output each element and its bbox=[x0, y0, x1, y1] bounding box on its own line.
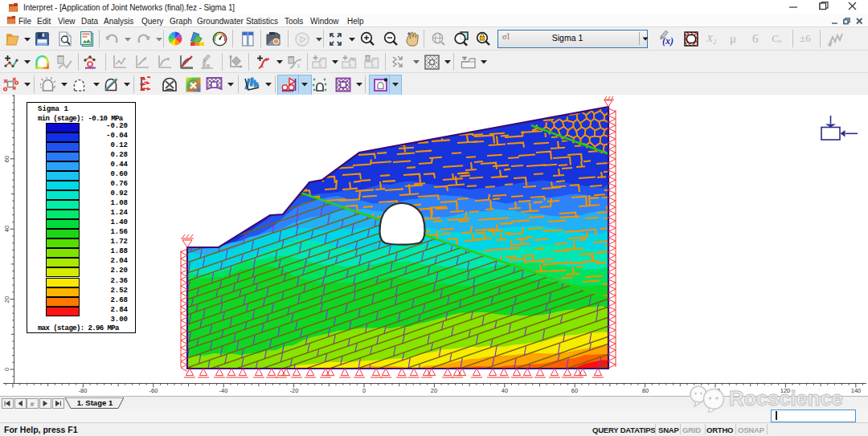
svg-text:20: 20 bbox=[3, 296, 10, 303]
svg-text:0: 0 bbox=[3, 368, 10, 371]
svg-text:-60: -60 bbox=[149, 387, 158, 394]
svg-text:-20: -20 bbox=[290, 387, 299, 394]
svg-text:-80: -80 bbox=[79, 387, 88, 394]
svg-text:Rocscience: Rocscience bbox=[729, 387, 843, 410]
svg-text:40: 40 bbox=[502, 387, 508, 394]
svg-text:0: 0 bbox=[362, 387, 366, 394]
svg-text:20: 20 bbox=[431, 387, 437, 394]
svg-text:60: 60 bbox=[571, 387, 578, 394]
svg-text:1. Stage 1: 1. Stage 1 bbox=[77, 398, 113, 407]
svg-text:80: 80 bbox=[642, 387, 649, 394]
svg-text:60: 60 bbox=[3, 156, 10, 162]
svg-text:40: 40 bbox=[3, 226, 10, 232]
svg-text:#: # bbox=[31, 401, 35, 408]
svg-text:-40: -40 bbox=[219, 387, 228, 394]
